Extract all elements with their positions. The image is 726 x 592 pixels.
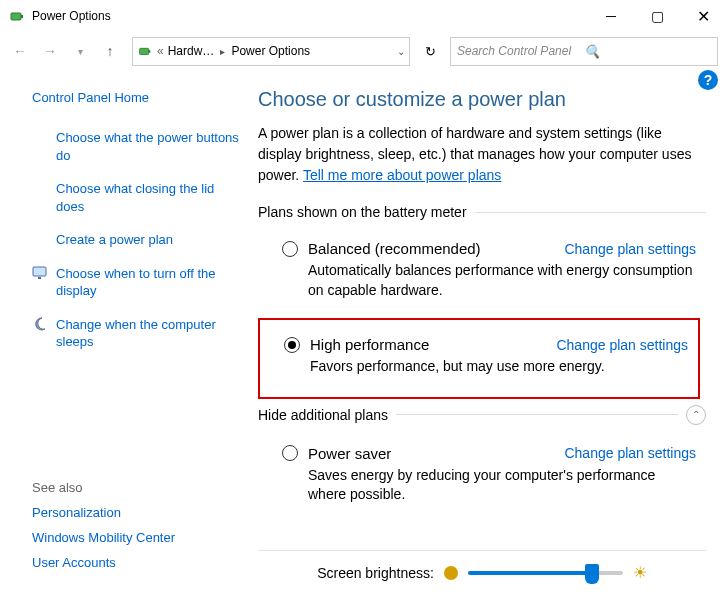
search-placeholder: Search Control Panel <box>457 44 584 58</box>
intro-text: A power plan is a collection of hardware… <box>258 123 706 186</box>
plan-desc-high-performance: Favors performance, but may use more ene… <box>310 357 688 377</box>
search-icon: 🔍 <box>584 44 711 59</box>
svg-rect-0 <box>11 13 21 20</box>
plan-desc-power-saver: Saves energy by reducing your computer's… <box>308 466 696 505</box>
radio-high-performance[interactable] <box>284 337 300 353</box>
refresh-button[interactable]: ↻ <box>416 37 444 66</box>
up-button[interactable]: ↑ <box>98 39 122 63</box>
svg-rect-5 <box>38 277 41 279</box>
window-title: Power Options <box>32 9 111 23</box>
chevron-down-icon[interactable]: ⌄ <box>397 46 405 57</box>
brightness-high-icon: ☀ <box>633 563 647 582</box>
brightness-slider[interactable] <box>468 571 623 575</box>
slider-thumb[interactable] <box>585 564 599 584</box>
page-heading: Choose or customize a power plan <box>258 88 706 111</box>
svg-rect-1 <box>21 15 23 18</box>
sidebar-item-turn-off-display[interactable]: Choose when to turn off the display <box>56 265 242 300</box>
plan-name-high-performance: High performance <box>310 336 556 353</box>
radio-power-saver[interactable] <box>282 445 298 461</box>
svg-rect-2 <box>140 48 149 54</box>
see-also-personalization[interactable]: Personalization <box>32 505 242 520</box>
svg-rect-4 <box>33 267 46 276</box>
sidebar-item-power-buttons[interactable]: Choose what the power buttons do <box>56 129 242 164</box>
plan-desc-balanced: Automatically balances performance with … <box>308 261 696 300</box>
minimize-button[interactable]: ─ <box>588 1 634 31</box>
see-also-label: See also <box>32 480 242 495</box>
recent-dropdown-icon[interactable]: ▾ <box>68 39 92 63</box>
plan-name-balanced: Balanced (recommended) <box>308 240 564 257</box>
see-also-user-accounts[interactable]: User Accounts <box>32 555 242 570</box>
divider <box>475 212 706 213</box>
change-plan-settings-link[interactable]: Change plan settings <box>564 241 696 257</box>
battery-icon <box>137 43 153 59</box>
sidebar-item-computer-sleeps[interactable]: Change when the computer sleeps <box>56 316 242 351</box>
sidebar-item-closing-lid[interactable]: Choose what closing the lid does <box>56 180 242 215</box>
battery-icon <box>8 7 26 25</box>
moon-icon <box>32 316 48 332</box>
learn-more-link[interactable]: Tell me more about power plans <box>303 167 501 183</box>
close-button[interactable]: ✕ <box>680 1 726 31</box>
radio-balanced[interactable] <box>282 241 298 257</box>
plan-name-power-saver: Power saver <box>308 445 564 462</box>
group-battery-plans-label: Plans shown on the battery meter <box>258 204 467 220</box>
maximize-button[interactable]: ▢ <box>634 1 680 31</box>
brightness-label: Screen brightness: <box>317 565 434 581</box>
change-plan-settings-link[interactable]: Change plan settings <box>564 445 696 461</box>
back-button[interactable]: ← <box>8 39 32 63</box>
sidebar-item-create-plan[interactable]: Create a power plan <box>56 231 173 249</box>
collapse-button[interactable]: ⌃ <box>686 405 706 425</box>
change-plan-settings-link[interactable]: Change plan settings <box>556 337 688 353</box>
monitor-icon <box>32 265 48 281</box>
control-panel-home-link[interactable]: Control Panel Home <box>32 90 242 105</box>
breadcrumb-prev-icon[interactable]: « <box>157 44 164 58</box>
breadcrumb-item[interactable]: Hardw… <box>168 44 215 58</box>
chevron-right-icon[interactable]: ▸ <box>218 46 227 57</box>
forward-button[interactable]: → <box>38 39 62 63</box>
search-input[interactable]: Search Control Panel 🔍 <box>450 37 718 66</box>
help-icon[interactable]: ? <box>698 70 718 90</box>
see-also-mobility-center[interactable]: Windows Mobility Center <box>32 530 242 545</box>
group-additional-plans-label: Hide additional plans <box>258 407 388 423</box>
svg-rect-3 <box>149 50 151 53</box>
divider <box>396 414 678 415</box>
breadcrumb-item[interactable]: Power Options <box>231 44 310 58</box>
breadcrumb[interactable]: « Hardw… ▸ Power Options ⌄ <box>132 37 410 66</box>
brightness-low-icon <box>444 566 458 580</box>
